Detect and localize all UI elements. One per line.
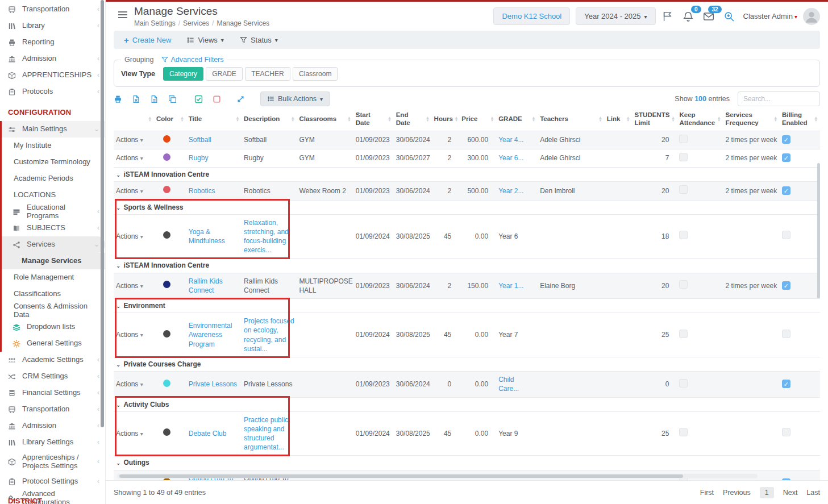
actions-dropdown[interactable]: Actions ▾ (116, 380, 143, 388)
breadcrumb-item[interactable]: Services (183, 19, 209, 27)
service-title-link[interactable]: Debate Club (189, 430, 227, 438)
billing-enabled-checkbox[interactable]: ✓ (782, 153, 790, 162)
sidebar-item-transportation[interactable]: Transportation‹ (0, 1, 105, 18)
column-header-link[interactable]: Link▲▼ (605, 109, 633, 131)
sidebar-item-services[interactable]: Services⌄ (2, 236, 105, 253)
sidebar-item-subjects[interactable]: SUBJECTS‹ (2, 220, 105, 236)
sidebar-item-customize-terminology[interactable]: Customize Terminology (2, 154, 105, 170)
export-excel-icon[interactable] (132, 93, 145, 105)
grade-link[interactable]: Child Care... (498, 376, 519, 393)
view-type-classroom[interactable]: Classroom (293, 67, 338, 81)
column-header-keep[interactable]: KeepAttendance▲▼ (677, 109, 723, 131)
group-row[interactable]: ⌄Activity Clubs (114, 397, 820, 411)
sidebar-scrollbar[interactable] (101, 0, 104, 427)
sidebar-item-my-institute[interactable]: My Institute (2, 138, 105, 154)
column-header-hours[interactable]: Hours▲▼ (432, 109, 460, 131)
sidebar-item-apprenticeships-projects-settings[interactable]: Apprenticeships / Projects Settings‹ (0, 451, 105, 473)
service-title-link[interactable]: Environmental Awareness Program (189, 322, 232, 348)
group-row[interactable]: ⌄Private Courses Charge (114, 357, 820, 371)
column-header-classrooms[interactable]: Classrooms▲▼ (297, 109, 353, 131)
sidebar-item-protocols[interactable]: Protocols‹ (0, 84, 105, 100)
service-title-link[interactable]: Softball (189, 136, 211, 144)
sidebar-item-academic-settings[interactable]: Academic Settings‹ (0, 352, 105, 368)
group-row[interactable]: ⌄iSTEAM Innovation Centre (114, 168, 820, 182)
sidebar-item-protocol-settings[interactable]: Protocol Settings‹ (0, 473, 105, 490)
grade-link[interactable]: Year 1... (498, 479, 523, 480)
service-title-link[interactable]: Rallim Kids Connect (189, 277, 223, 294)
avatar[interactable] (803, 8, 820, 25)
sidebar-item-main-settings[interactable]: Main Settings⌄ (2, 121, 105, 138)
actions-dropdown[interactable]: Actions ▾ (116, 136, 143, 144)
sidebar-item-crm-settings[interactable]: CRM Settings‹ (0, 368, 105, 385)
advanced-filters-link[interactable]: Advanced Filters (161, 56, 223, 64)
sidebar-item-educational-programs[interactable]: Educational Programs‹ (2, 203, 105, 220)
billing-enabled-checkbox[interactable]: ✓ (782, 281, 790, 290)
sidebar-item-library[interactable]: Library‹ (0, 18, 105, 34)
copy-icon[interactable] (168, 93, 182, 105)
keep-attendance-checkbox[interactable] (679, 428, 688, 436)
zoom-search-icon[interactable] (723, 9, 738, 24)
keep-attendance-checkbox[interactable] (679, 231, 688, 239)
year-selector-dropdown[interactable]: Year 2024 - 2025▾ (576, 7, 655, 25)
column-header-color[interactable]: Color▲▼ (154, 109, 186, 131)
breadcrumb-item[interactable]: Main Settings (134, 19, 176, 27)
column-header-price[interactable]: Price▲▼ (459, 109, 496, 131)
column-header-end[interactable]: EndDate▲▼ (394, 109, 432, 131)
notifications-bell-icon[interactable]: 0 (682, 9, 697, 24)
group-row[interactable]: ⌄Outings (114, 456, 820, 470)
grade-link[interactable]: Year 1... (498, 282, 523, 290)
page-next[interactable]: Next (783, 489, 798, 497)
column-header-title[interactable]: Title▲▼ (186, 109, 242, 131)
page-first[interactable]: First (700, 489, 714, 497)
sidebar-item-financial-settings[interactable]: Financial Settings‹ (0, 385, 105, 401)
billing-enabled-checkbox[interactable]: ✓ (782, 380, 790, 388)
user-menu[interactable]: Classter Admin▾ (743, 12, 797, 20)
entries-count[interactable]: 100 (694, 95, 706, 103)
expand-icon[interactable] (236, 93, 250, 105)
messages-envelope-icon[interactable]: 32 (702, 9, 717, 24)
view-type-grade[interactable]: GRADE (206, 67, 243, 81)
hamburger-menu-icon[interactable] (118, 10, 127, 20)
sidebar-item-manage-services[interactable]: Manage Services (2, 253, 105, 269)
deselect-all-icon[interactable] (213, 93, 226, 105)
status-dropdown[interactable]: Status▾ (240, 36, 278, 44)
flag-icon[interactable] (661, 9, 676, 24)
service-title-link[interactable]: Yoga & Mindfulness (189, 228, 225, 245)
sidebar-item-library-settings[interactable]: Library Settings‹ (0, 434, 105, 451)
keep-attendance-checkbox[interactable] (679, 153, 688, 161)
sidebar-item-general-settings[interactable]: General Settings (2, 335, 105, 352)
column-header-grade[interactable]: GRADE▲▼ (496, 109, 538, 131)
billing-enabled-checkbox[interactable] (782, 428, 790, 436)
keep-attendance-checkbox[interactable] (679, 185, 688, 194)
print-icon[interactable] (114, 93, 127, 105)
sidebar-item-admission[interactable]: Admission‹ (0, 418, 105, 434)
keep-attendance-checkbox[interactable] (679, 280, 688, 289)
group-row[interactable]: ⌄Sports & Wellness (114, 200, 820, 214)
column-header-teachers[interactable]: Teachers▲▼ (538, 109, 605, 131)
actions-dropdown[interactable]: Actions ▾ (116, 331, 143, 339)
keep-attendance-checkbox[interactable] (679, 379, 688, 388)
table-vertical-scrollbar[interactable] (817, 163, 820, 298)
actions-dropdown[interactable]: Actions ▾ (116, 430, 143, 438)
grade-link[interactable]: Year 2... (498, 187, 523, 195)
sidebar-item-admission[interactable]: Admission‹ (0, 51, 105, 67)
keep-attendance-checkbox[interactable] (679, 135, 688, 143)
view-type-category[interactable]: Category (163, 67, 203, 81)
column-header-students[interactable]: STUDENTSLimit▲▼ (632, 109, 677, 131)
page-1[interactable]: 1 (760, 487, 774, 498)
view-type-teacher[interactable]: TEACHER (245, 67, 290, 81)
column-header-start[interactable]: StartDate▲▼ (353, 109, 394, 131)
service-title-link[interactable]: Private Lessons (189, 380, 237, 388)
grade-link[interactable]: Year 4... (498, 136, 523, 144)
table-horizontal-scrollbar[interactable] (117, 474, 758, 478)
select-all-icon[interactable] (194, 93, 208, 105)
group-row[interactable]: ⌄Environment (114, 299, 820, 313)
actions-dropdown[interactable]: Actions ▾ (116, 479, 143, 480)
grade-link[interactable]: Year 6... (498, 154, 523, 162)
sidebar-item-apprenticeships[interactable]: APPRENTICESHIPS‹ (0, 67, 105, 84)
sidebar-item-dropdown-lists[interactable]: Dropdown lists (2, 319, 105, 335)
sidebar-item-consents-admission-data[interactable]: Consents & Admission Data (2, 302, 105, 319)
column-header-frequency[interactable]: ServicesFrequency▲▼ (723, 109, 780, 131)
actions-dropdown[interactable]: Actions ▾ (116, 232, 143, 240)
sidebar-item-academic-periods[interactable]: Academic Periods (2, 170, 105, 187)
